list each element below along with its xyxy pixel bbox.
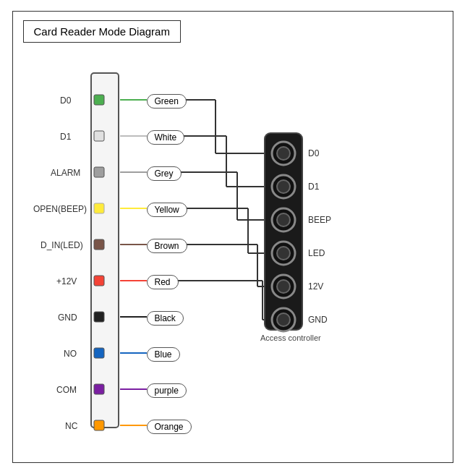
svg-point-51 — [277, 313, 290, 326]
wire-label-green: Green — [147, 94, 187, 109]
svg-rect-31 — [94, 167, 104, 177]
wire-label-orange: Orange — [147, 420, 192, 434]
svg-rect-38 — [94, 420, 104, 430]
wire-label-purple: purple — [147, 383, 187, 398]
svg-rect-37 — [94, 384, 104, 394]
wire-label-brown: Brown — [147, 239, 187, 253]
svg-point-49 — [277, 280, 290, 293]
svg-text:BEEP: BEEP — [308, 215, 331, 225]
svg-point-46 — [272, 242, 295, 265]
svg-rect-30 — [94, 131, 104, 141]
svg-rect-39 — [265, 133, 302, 330]
svg-rect-29 — [94, 95, 104, 105]
svg-rect-36 — [94, 348, 104, 358]
svg-point-43 — [277, 180, 290, 193]
svg-text:GND: GND — [308, 315, 328, 325]
svg-text:ALARM: ALARM — [51, 168, 80, 178]
svg-text:D1: D1 — [308, 182, 320, 192]
svg-text:D_IN(LED): D_IN(LED) — [40, 240, 83, 250]
wire-label-blue: Blue — [147, 347, 180, 362]
wire-label-white: White — [147, 130, 185, 145]
svg-text:12V: 12V — [308, 281, 323, 292]
svg-point-40 — [272, 142, 295, 165]
wire-label-grey: Grey — [147, 166, 182, 181]
svg-point-50 — [272, 308, 295, 331]
svg-text:D1: D1 — [60, 132, 72, 142]
svg-rect-32 — [94, 203, 104, 213]
wire-label-red: Red — [147, 275, 179, 289]
svg-text:NC: NC — [65, 421, 78, 431]
svg-point-47 — [277, 247, 290, 260]
svg-point-45 — [277, 213, 290, 226]
svg-point-44 — [272, 208, 295, 231]
svg-text:LED: LED — [308, 248, 325, 258]
svg-text:+12V: +12V — [56, 276, 77, 286]
svg-rect-0 — [91, 73, 119, 428]
svg-text:OPEN(BEEP): OPEN(BEEP) — [33, 204, 87, 214]
svg-point-48 — [272, 275, 295, 298]
svg-point-41 — [277, 147, 290, 160]
svg-text:NO: NO — [64, 349, 77, 359]
svg-rect-34 — [94, 276, 104, 286]
wiring-diagram: D0 D1 BEEP LED 12V GND Access controller… — [13, 12, 453, 462]
wire-label-black: Black — [147, 311, 184, 326]
diagram-container: Card Reader Mode Diagram — [12, 11, 453, 463]
svg-rect-33 — [94, 239, 104, 250]
wire-label-yellow: Yellow — [147, 203, 187, 217]
svg-point-42 — [272, 175, 295, 198]
svg-text:GND: GND — [58, 313, 77, 323]
svg-text:Access controller: Access controller — [260, 333, 321, 342]
diagram-wrapper: Card Reader Mode Diagram — [0, 0, 465, 476]
svg-text:D0: D0 — [308, 148, 320, 158]
svg-text:COM: COM — [56, 385, 77, 395]
svg-rect-35 — [94, 312, 104, 322]
diagram-title: Card Reader Mode Diagram — [23, 20, 181, 43]
svg-text:D0: D0 — [60, 95, 72, 106]
